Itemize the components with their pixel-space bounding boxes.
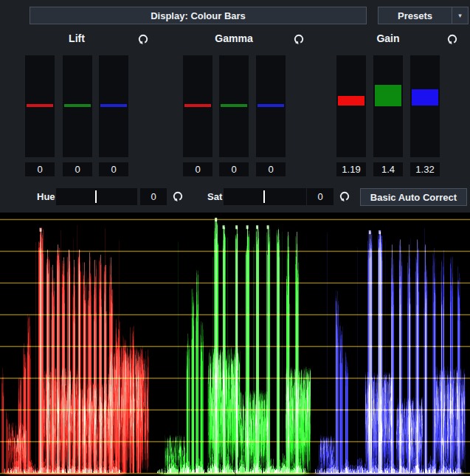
gamma-red-slider[interactable]: [183, 55, 212, 157]
basic-auto-correct-label: Basic Auto Correct: [370, 192, 457, 203]
lift-blue-slider[interactable]: [99, 55, 128, 157]
rgb-parade-scope: [0, 213, 470, 476]
presets-dropdown-arrow-icon[interactable]: ▾: [452, 7, 468, 24]
gamma-green-slider[interactable]: [219, 55, 249, 157]
presets-button[interactable]: Presets ▾: [378, 7, 469, 24]
section-title-gamma: Gamma: [190, 32, 278, 44]
gain-blue-slider[interactable]: [410, 55, 440, 157]
sat-slider-handle[interactable]: [263, 190, 265, 203]
lift-green-handle[interactable]: [64, 104, 91, 107]
hue-value[interactable]: 0: [140, 188, 167, 205]
sat-value[interactable]: 0: [307, 188, 334, 205]
lift-green-value[interactable]: 0: [63, 162, 92, 176]
lift-red-slider[interactable]: [25, 55, 55, 157]
reset-arrow-icon: [446, 33, 458, 45]
gamma-blue-handle[interactable]: [258, 104, 284, 107]
display-mode-label: Display: Colour Bars: [151, 10, 246, 21]
reset-arrow-icon: [172, 190, 184, 202]
lift-red-value[interactable]: 0: [25, 162, 55, 176]
gain-red-handle[interactable]: [338, 96, 364, 106]
gain-blue-value[interactable]: 1.32: [410, 162, 440, 176]
gamma-reset-icon[interactable]: [293, 33, 305, 45]
hue-slider-handle[interactable]: [95, 190, 97, 203]
gain-green-handle[interactable]: [375, 85, 401, 106]
gamma-blue-value[interactable]: 0: [256, 162, 286, 176]
sat-label: Sat: [207, 189, 222, 205]
section-title-lift: Lift: [32, 32, 121, 44]
rgb-parade-waveform: [0, 213, 470, 476]
gamma-blue-slider[interactable]: [256, 55, 286, 157]
gamma-green-handle[interactable]: [221, 104, 247, 107]
reset-arrow-icon: [137, 33, 149, 45]
hue-label: Hue: [37, 189, 55, 205]
lift-blue-handle[interactable]: [100, 104, 127, 107]
gain-green-slider[interactable]: [373, 55, 403, 157]
colour-correction-panel: Display: Colour Bars Presets ▾ Lift000Ga…: [0, 0, 470, 476]
gain-green-value[interactable]: 1.4: [373, 162, 403, 176]
section-title-gain: Gain: [344, 32, 432, 44]
sat-reset-icon[interactable]: [339, 190, 350, 202]
gain-red-slider[interactable]: [336, 55, 366, 157]
basic-auto-correct-button[interactable]: Basic Auto Correct: [360, 188, 467, 206]
gain-red-value[interactable]: 1.19: [336, 162, 366, 176]
lift-blue-value[interactable]: 0: [99, 162, 128, 176]
lift-green-slider[interactable]: [63, 55, 92, 157]
gain-blue-handle[interactable]: [412, 89, 438, 106]
reset-arrow-icon: [339, 190, 350, 202]
gamma-green-value[interactable]: 0: [219, 162, 249, 176]
gamma-red-value[interactable]: 0: [183, 162, 212, 176]
presets-label: Presets: [379, 10, 452, 21]
gamma-red-handle[interactable]: [184, 104, 211, 107]
display-mode-button[interactable]: Display: Colour Bars: [30, 7, 367, 24]
gain-reset-icon[interactable]: [446, 33, 458, 45]
lift-red-handle[interactable]: [27, 104, 53, 107]
hue-reset-icon[interactable]: [172, 190, 184, 202]
reset-arrow-icon: [293, 33, 305, 45]
lift-reset-icon[interactable]: [137, 33, 149, 45]
hue-slider[interactable]: [56, 188, 137, 205]
sat-slider[interactable]: [224, 188, 306, 205]
